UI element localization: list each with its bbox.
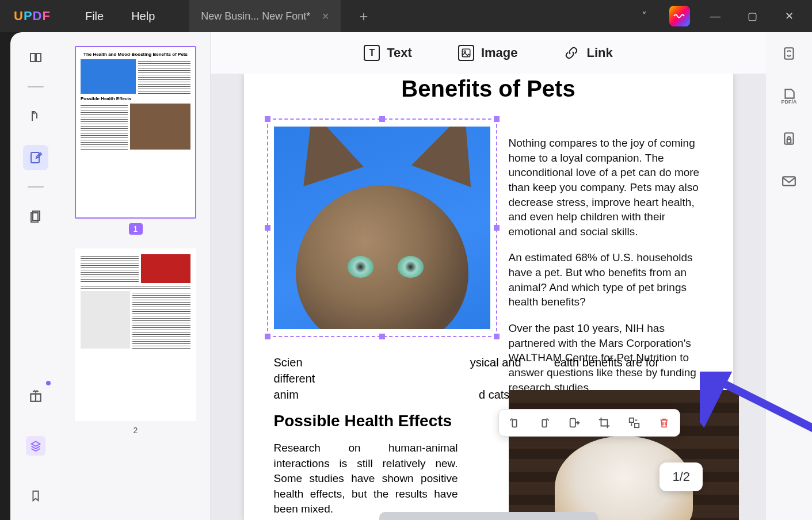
svg-point-5 xyxy=(464,51,466,52)
text-icon: T xyxy=(364,45,380,61)
gift-icon[interactable] xyxy=(23,383,48,408)
window-minimize[interactable]: — xyxy=(704,5,727,28)
svg-rect-9 xyxy=(630,418,634,422)
paragraph-1: Nothing compares to the joy of coming ho… xyxy=(509,136,710,239)
resize-handle-ml[interactable] xyxy=(265,225,270,231)
comment-tool-icon[interactable] xyxy=(23,104,48,129)
svg-rect-11 xyxy=(784,48,793,59)
app-logo: UPDF xyxy=(14,9,51,24)
close-tab-icon[interactable]: ✕ xyxy=(322,11,329,22)
resize-handle-tm[interactable] xyxy=(379,116,385,122)
page-indicator[interactable]: 1/2 xyxy=(659,462,703,491)
document-tab[interactable]: New Busin... New Font* ✕ xyxy=(189,0,341,32)
svg-rect-6 xyxy=(512,420,516,427)
thumbnail-page-2-label: 2 xyxy=(75,426,196,435)
rotate-right-icon[interactable] xyxy=(535,413,554,433)
svg-rect-13 xyxy=(787,139,791,143)
lock-icon[interactable] xyxy=(780,130,798,147)
image-icon xyxy=(458,45,474,61)
tab-title: New Busin... New Font* xyxy=(201,10,310,22)
window-close[interactable]: ✕ xyxy=(777,5,800,28)
link-icon xyxy=(563,45,580,61)
ai-assistant-icon[interactable] xyxy=(669,6,690,26)
replace-icon[interactable] xyxy=(624,413,644,433)
pdfa-icon[interactable]: PDF/A xyxy=(780,87,798,105)
edit-tool-icon[interactable] xyxy=(23,145,48,170)
resize-handle-br[interactable] xyxy=(494,334,500,339)
menu-help[interactable]: Help xyxy=(131,10,155,23)
layers-icon[interactable] xyxy=(26,436,45,456)
edit-image-button[interactable]: Image xyxy=(458,45,518,61)
resize-handle-mr[interactable] xyxy=(494,225,500,231)
pages-tool-icon[interactable] xyxy=(23,204,48,229)
reader-tool-icon[interactable] xyxy=(23,45,48,70)
rotate-left-icon[interactable] xyxy=(505,413,524,433)
separator xyxy=(28,186,44,188)
image-selection-box[interactable] xyxy=(267,118,497,337)
svg-rect-8 xyxy=(570,419,575,427)
paragraph-2: An estimated 68% of U.S. households have… xyxy=(509,250,710,309)
resize-handle-bl[interactable] xyxy=(265,334,270,339)
resize-handle-tl[interactable] xyxy=(265,116,270,122)
svg-rect-4 xyxy=(462,49,470,57)
sync-icon[interactable] xyxy=(780,45,798,62)
svg-rect-10 xyxy=(635,423,639,427)
delete-icon[interactable] xyxy=(654,413,674,433)
edit-link-button[interactable]: Link xyxy=(563,45,612,61)
edit-toolbar: T Text Image Link xyxy=(211,32,766,74)
document-page[interactable]: Benefits of Pets Nothing compares xyxy=(244,74,733,520)
edit-image-label: Image xyxy=(481,45,518,60)
thumbnail-page-2[interactable] xyxy=(75,248,196,421)
bookmark-icon[interactable] xyxy=(23,483,48,508)
image-edit-toolbar xyxy=(498,409,680,437)
resize-handle-bm[interactable] xyxy=(379,334,385,339)
svg-rect-14 xyxy=(783,177,795,185)
extract-icon[interactable] xyxy=(565,413,584,433)
separator xyxy=(28,86,44,87)
window-maximize[interactable]: ▢ xyxy=(741,5,764,28)
thumbnail-panel[interactable]: The Health and Mood-Boosting Benefits of… xyxy=(61,32,211,520)
page-viewport[interactable]: Benefits of Pets Nothing compares xyxy=(211,74,766,520)
crop-icon[interactable] xyxy=(594,413,614,433)
page-title: Benefits of Pets xyxy=(273,76,704,102)
new-tab-button[interactable]: ＋ xyxy=(351,7,376,25)
edit-text-button[interactable]: T Text xyxy=(364,45,412,61)
mail-icon[interactable] xyxy=(780,173,798,190)
horizontal-scrollbar[interactable] xyxy=(379,512,598,520)
edit-text-label: Text xyxy=(387,45,412,60)
chevron-down-icon[interactable]: ˅ xyxy=(632,5,655,28)
menu-file[interactable]: File xyxy=(85,10,104,23)
resize-handle-tr[interactable] xyxy=(494,116,500,122)
section-paragraph: Research on human-animal interactions is… xyxy=(274,441,458,517)
edit-link-label: Link xyxy=(586,45,612,60)
thumbnail-page-1-label: 1 xyxy=(129,223,143,235)
thumbnail-page-1[interactable]: The Health and Mood-Boosting Benefits of… xyxy=(75,46,196,219)
svg-rect-7 xyxy=(542,420,546,427)
